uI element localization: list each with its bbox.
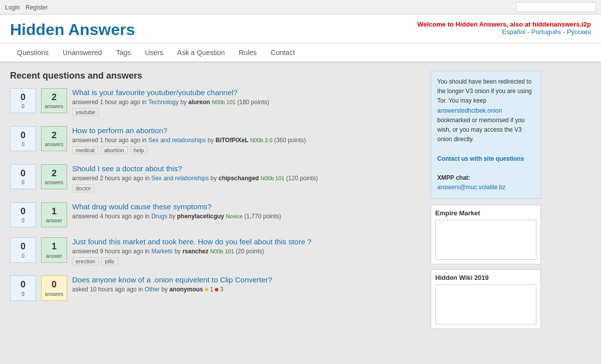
dot-yellow [205, 288, 208, 291]
question-body: How to perform an abortion?answered 1 ho… [72, 126, 423, 154]
lang-russian[interactable]: Рýсскиú [567, 28, 591, 36]
vote-box: 00 [10, 126, 36, 151]
question-title[interactable]: How to perform an abortion? [72, 126, 423, 135]
points: 180 points [239, 99, 267, 106]
time: 1 hour ago [100, 99, 128, 106]
nav-link-tags[interactable]: Tags [109, 44, 138, 62]
author-name: phenylaceticguy [177, 213, 224, 220]
register-link[interactable]: Register [26, 4, 48, 11]
tag[interactable]: medical [72, 146, 98, 154]
ad1-title: Empire Market [435, 209, 536, 217]
nav-list: QuestionsUnansweredTagsUsersAsk a Questi… [10, 44, 591, 62]
sidebar-ad-2: Hidden Wiki 2019 [431, 269, 541, 329]
tag[interactable]: help [130, 146, 148, 154]
onion-link[interactable]: answerstedhctbek.onion [437, 107, 502, 114]
category-link[interactable]: Drugs [151, 213, 167, 220]
anon-score1: 1 [210, 286, 213, 293]
questions-area: Recent questions and answers 002answersW… [10, 71, 423, 334]
anon-dots [205, 288, 208, 291]
answer-box: 2answers [41, 88, 67, 113]
question-title[interactable]: Does anyone know of a .onion equivelent … [72, 275, 423, 284]
question-meta: answered 1 hour ago ago in Sex and relat… [72, 137, 423, 144]
contact-link[interactable]: Contact us with site questions [437, 155, 524, 162]
category-link[interactable]: Markets [151, 248, 173, 255]
xmpp-label: XMPP chat: [437, 174, 470, 181]
dot-red [215, 288, 218, 291]
answer-box: 1answer [41, 237, 67, 262]
question-title[interactable]: Should I see a doctor about this? [72, 164, 423, 173]
vote-count: 0 [21, 206, 26, 217]
status: answered [72, 248, 98, 255]
question-item: 002answersShould I see a doctor about th… [10, 164, 423, 192]
status: asked [72, 286, 88, 293]
vote-label: 0 [22, 141, 25, 148]
nav-link-questions[interactable]: Questions [10, 44, 56, 62]
question-meta: answered 4 hours ago ago in Drugs by phe… [72, 213, 423, 220]
answer-count: 1 [52, 206, 57, 217]
author-badge: N00b 2.0 [250, 137, 272, 143]
nav-link-users[interactable]: Users [138, 44, 170, 62]
tag[interactable]: abortion [101, 146, 128, 154]
category-link[interactable]: Other [145, 286, 160, 293]
tags: erectionpills [72, 257, 423, 265]
lang-espanol[interactable]: Español [502, 28, 525, 36]
category-link[interactable]: Sex and relationships [148, 137, 206, 144]
question-body: Just found this market and took here. Ho… [72, 237, 423, 265]
question-item: 002answersHow to perform an abortion?ans… [10, 126, 423, 154]
xmpp-email[interactable]: answers@muc.volatile.bz [437, 184, 505, 191]
top-bar-links: Login Register [5, 4, 52, 11]
ad2-inner [435, 284, 536, 324]
nav-item: Rules [232, 44, 264, 62]
author-name: rsanchez [182, 248, 208, 255]
tag[interactable]: erection [72, 257, 99, 265]
nav-item: Questions [10, 44, 56, 62]
site-title[interactable]: Hidden Answers [10, 21, 135, 39]
author-name: anonymous [169, 286, 203, 293]
author-name: BiTOfPiXeL [215, 137, 248, 144]
tag[interactable]: pills [101, 257, 118, 265]
nav-link-rules[interactable]: Rules [232, 44, 264, 62]
search-input[interactable] [516, 2, 596, 12]
vote-label: 0 [22, 217, 25, 224]
tag[interactable]: doctor [72, 184, 95, 192]
question-title[interactable]: What drug would cause these symptoms? [72, 202, 423, 211]
tag[interactable]: youtube [72, 108, 99, 116]
author-name: alureon [188, 99, 210, 106]
vote-label: 0 [22, 291, 25, 297]
question-title[interactable]: Just found this market and took here. Ho… [72, 237, 423, 246]
category-link[interactable]: Technology [148, 99, 179, 106]
answers-label: answers [45, 179, 63, 186]
login-link[interactable]: Login [5, 4, 20, 11]
question-item: 001answerJust found this market and took… [10, 237, 423, 265]
tags: youtube [72, 108, 423, 116]
author-badge: N00b 101 [260, 175, 284, 181]
category-link[interactable]: Sex and relationships [151, 175, 209, 182]
vote-box: 00 [10, 164, 36, 189]
lang-sep2: - [563, 28, 567, 36]
author-badge: Novice [226, 213, 243, 219]
nav-link-contact[interactable]: Contact [264, 44, 302, 62]
header: Hidden Answers Welcome to Hidden Answers… [0, 15, 601, 43]
nav-link-unanswered[interactable]: Unanswered [56, 44, 109, 62]
answer-box: 1answer [41, 202, 67, 227]
vote-label: 0 [22, 103, 25, 110]
nav-link-ask-a-question[interactable]: Ask a Question [170, 44, 232, 62]
question-meta: asked 10 hours ago ago in Other by anony… [72, 286, 423, 293]
vote-count: 0 [21, 168, 26, 179]
nav-item: Ask a Question [170, 44, 232, 62]
question-meta: answered 9 hours ago ago in Markets by r… [72, 248, 423, 255]
answers-label: answers [45, 291, 63, 297]
vote-label: 0 [22, 253, 25, 259]
question-title[interactable]: What is your favourite youtuber/youtube … [72, 88, 423, 97]
status: answered [72, 175, 98, 182]
answer-box: 2answers [41, 126, 67, 151]
status: answered [72, 213, 98, 220]
answer-count: 1 [52, 241, 57, 252]
status: answered [72, 137, 98, 144]
points: 120 points [288, 175, 316, 182]
lang-portugues[interactable]: Português [531, 28, 561, 36]
time: 10 hours ago [90, 286, 125, 293]
answers-label: answers [45, 103, 63, 110]
vote-box: 00 [10, 237, 36, 262]
section-title: Recent questions and answers [10, 71, 423, 81]
